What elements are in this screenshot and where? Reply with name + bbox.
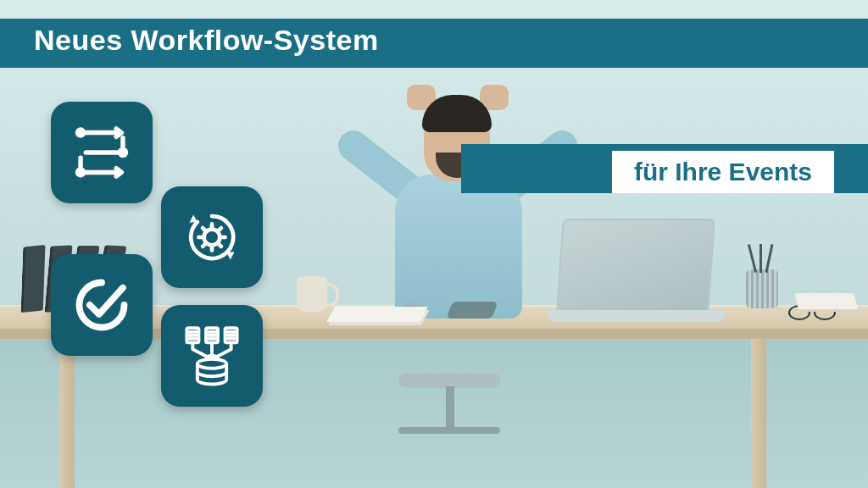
- gear-cycle-icon: [161, 186, 263, 288]
- promo-graphic: Neues Workflow-System für Ihre Events: [0, 0, 868, 488]
- open-book: [794, 293, 858, 312]
- documents-to-database-icon: [161, 305, 263, 407]
- smartphone: [446, 302, 498, 319]
- checkmark-circle-icon: [51, 254, 153, 356]
- svg-line-8: [203, 228, 205, 230]
- desk-leg: [59, 339, 75, 488]
- laptop: [556, 219, 715, 312]
- headline-text: Neues Workflow-System: [34, 24, 379, 57]
- coffee-mug: [297, 276, 327, 312]
- svg-point-24: [198, 359, 226, 369]
- office-chair: [364, 373, 534, 474]
- person-relaxed: [322, 69, 593, 374]
- subheadline-text: für Ihre Events: [612, 151, 834, 193]
- pens: [749, 247, 775, 273]
- pen-cup: [746, 269, 778, 308]
- desk-leg: [751, 339, 766, 488]
- laptop-base: [548, 310, 726, 322]
- torso-shirt: [395, 175, 522, 319]
- workflow-path-icon: [51, 102, 153, 203]
- svg-line-10: [203, 244, 205, 247]
- svg-line-11: [219, 228, 221, 230]
- svg-line-9: [219, 244, 221, 247]
- papers: [326, 307, 428, 322]
